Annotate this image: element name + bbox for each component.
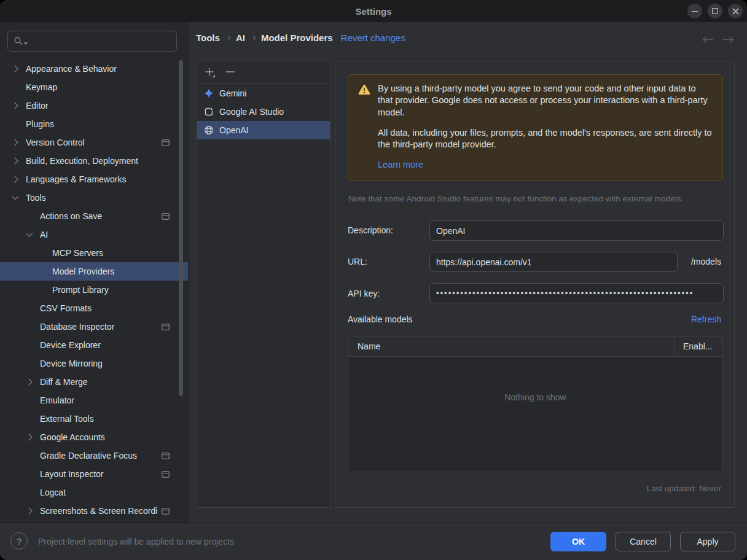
sidebar-item-emulator[interactable]: Emulator [0, 391, 188, 410]
sidebar-item-label: Build, Execution, Deployment [26, 156, 138, 166]
maximize-button[interactable] [708, 4, 722, 18]
add-provider-button[interactable] [205, 67, 216, 78]
sidebar-item-label: Gradle Declarative Focus [40, 451, 137, 461]
forward-arrow-icon[interactable] [722, 36, 735, 44]
sidebar-item-actions-on-save[interactable]: Actions on Save [0, 207, 188, 225]
close-button[interactable] [728, 4, 743, 18]
sidebar-item-tools[interactable]: Tools [0, 189, 188, 207]
sidebar-item-external-tools[interactable]: External Tools [0, 410, 188, 428]
minimize-icon [692, 11, 698, 12]
sidebar: Appearance & BehaviorKeymapEditorPlugins… [0, 22, 189, 523]
refresh-link[interactable]: Refresh [691, 314, 721, 324]
models-table: Name Enabl... Nothing to show [348, 336, 723, 472]
provider-item-gemini[interactable]: Gemini [197, 84, 330, 103]
last-updated-label: Last updated: Never [646, 484, 721, 493]
sidebar-item-label: Device Mirroring [40, 359, 103, 368]
sidebar-item-version-control[interactable]: Version Control [0, 133, 188, 152]
sidebar-item-label: AI [40, 230, 48, 239]
chevron-slot [12, 195, 26, 200]
settings-search-box[interactable] [7, 31, 177, 52]
content-area: Tools AI Model Providers Revert changes [189, 22, 747, 523]
warning-paragraph-1: By using a third-party model you agree t… [378, 83, 713, 119]
chevron-right-icon[interactable] [11, 139, 18, 146]
breadcrumb-model-providers[interactable]: Model Providers [261, 33, 333, 43]
window-title: Settings [355, 6, 391, 17]
breadcrumb-ai[interactable]: AI [236, 33, 245, 43]
gemini-icon [204, 88, 214, 98]
sidebar-item-csv-formats[interactable]: CSV Formats [0, 299, 188, 317]
breadcrumb-tools[interactable]: Tools [196, 33, 220, 43]
search-input[interactable] [31, 36, 176, 47]
models-table-body: Nothing to show [348, 357, 722, 472]
provider-item-openai[interactable]: OpenAI [197, 121, 330, 139]
learn-more-link[interactable]: Learn more [378, 159, 423, 171]
column-header-enabled: Enabl... [675, 341, 722, 351]
sidebar-item-ai[interactable]: AI [0, 225, 188, 244]
window-icon [162, 508, 170, 515]
chevron-down-icon[interactable] [12, 193, 18, 200]
window-icon [162, 453, 170, 459]
sidebar-item-model-providers[interactable]: Model Providers [0, 262, 188, 281]
apply-button[interactable]: Apply [680, 532, 735, 551]
description-label: Description: [348, 225, 393, 235]
settings-tree: Appearance & BehaviorKeymapEditorPlugins… [0, 60, 188, 520]
sidebar-item-database-inspector[interactable]: Database Inspector [0, 317, 188, 336]
sidebar-item-languages-frameworks[interactable]: Languages & Frameworks [0, 170, 188, 189]
chevron-right-icon[interactable] [11, 102, 18, 109]
external-models-note: Note that some Android Studio features m… [348, 194, 684, 203]
sidebar-item-screenshots-screen-recordi[interactable]: Screenshots & Screen Recordi [0, 502, 188, 520]
minimize-button[interactable] [687, 4, 702, 18]
sidebar-item-editor[interactable]: Editor [0, 96, 188, 115]
warning-icon [358, 84, 370, 173]
description-field[interactable] [429, 220, 724, 241]
chevron-right-icon[interactable] [11, 157, 18, 164]
sidebar-item-layout-inspector[interactable]: Layout Inspector [0, 465, 188, 483]
sidebar-item-keymap[interactable]: Keymap [0, 78, 188, 96]
sidebar-item-gradle-declarative-focus[interactable]: Gradle Declarative Focus [0, 446, 188, 465]
sidebar-item-google-accounts[interactable]: Google Accounts [0, 428, 188, 446]
titlebar: Settings [0, 0, 747, 22]
sidebar-item-device-explorer[interactable]: Device Explorer [0, 336, 188, 354]
breadcrumb-separator-icon [251, 36, 256, 41]
url-field[interactable] [429, 252, 678, 272]
question-mark-icon: ? [17, 536, 22, 546]
sidebar-item-label: Model Providers [52, 266, 114, 276]
sidebar-item-plugins[interactable]: Plugins [0, 115, 188, 133]
sidebar-item-label: Screenshots & Screen Recordi [40, 506, 157, 516]
chevron-right-icon[interactable] [25, 434, 32, 440]
sidebar-item-appearance-behavior[interactable]: Appearance & Behavior [0, 60, 188, 78]
dialog-buttons: OK Cancel Apply [550, 532, 735, 551]
sidebar-scrollbar-thumb[interactable] [179, 60, 183, 396]
warning-paragraph-2: All data, including your files, prompts,… [378, 127, 713, 151]
provider-item-google-ai-studio[interactable]: Google AI Studio [197, 103, 330, 121]
cancel-button[interactable]: Cancel [616, 532, 671, 551]
chevron-right-icon[interactable] [11, 65, 18, 72]
chevron-slot [26, 435, 40, 440]
back-arrow-icon[interactable] [702, 36, 714, 44]
window-icon [162, 471, 170, 478]
sidebar-item-diff-merge[interactable]: Diff & Merge [0, 373, 188, 391]
sidebar-item-prompt-library[interactable]: Prompt Library [0, 281, 188, 299]
api-key-field[interactable] [429, 283, 724, 303]
sidebar-item-build-execution-deployment[interactable]: Build, Execution, Deployment [0, 152, 188, 170]
sidebar-item-label: Emulator [40, 395, 74, 405]
window-controls [687, 4, 743, 18]
sidebar-item-label: Keymap [26, 82, 57, 92]
revert-changes-link[interactable]: Revert changes [341, 33, 405, 43]
chevron-down-icon[interactable] [26, 230, 33, 236]
sidebar-item-logcat[interactable]: Logcat [0, 483, 188, 502]
search-options-caret-icon [24, 42, 28, 45]
sidebar-item-mcp-servers[interactable]: MCP Servers [0, 244, 188, 262]
chevron-slot [12, 66, 26, 71]
sidebar-item-label: Appearance & Behavior [26, 64, 117, 74]
chevron-right-icon[interactable] [25, 507, 32, 514]
empty-table-text: Nothing to show [504, 392, 566, 402]
ok-button[interactable]: OK [550, 532, 606, 551]
help-button[interactable]: ? [10, 532, 28, 550]
remove-provider-button[interactable] [225, 67, 235, 78]
chevron-slot [12, 158, 26, 163]
chevron-right-icon[interactable] [11, 176, 18, 182]
chevron-right-icon[interactable] [25, 378, 32, 385]
sidebar-item-label: Database Inspector [40, 322, 114, 332]
sidebar-item-device-mirroring[interactable]: Device Mirroring [0, 354, 188, 373]
